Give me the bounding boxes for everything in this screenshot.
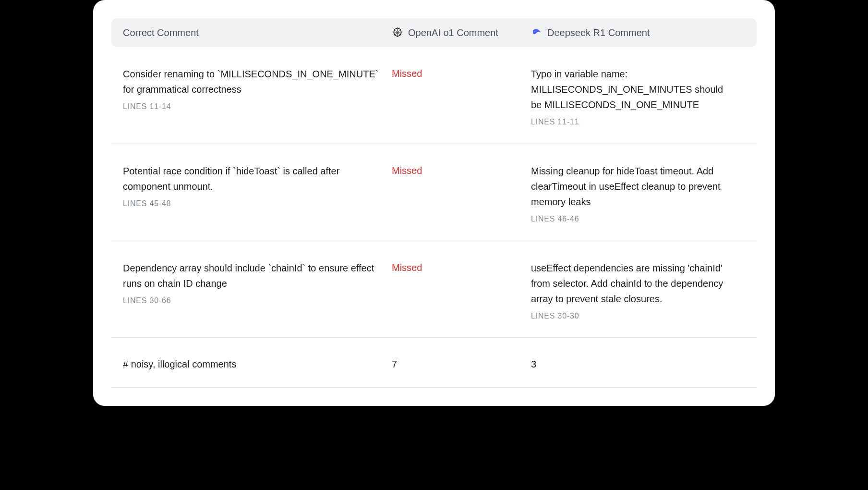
- missed-status: Missed: [392, 262, 422, 273]
- count-value: 3: [531, 359, 536, 369]
- missed-status: Missed: [392, 68, 422, 79]
- lines-label: LINES 30-30: [531, 310, 734, 322]
- header-label: Correct Comment: [123, 27, 199, 38]
- comment-text: Dependency array should include `chainId…: [123, 260, 380, 291]
- lines-label: LINES 30-66: [123, 295, 380, 307]
- lines-label: LINES 11-11: [531, 116, 734, 128]
- header-correct-comment: Correct Comment: [123, 27, 392, 38]
- correct-comment-cell: Potential race condition if `hideToast` …: [123, 163, 392, 210]
- lines-label: LINES 46-46: [531, 213, 734, 225]
- summary-label: # noisy, illogical comments: [123, 359, 236, 369]
- openai-comment-cell: Missed: [392, 163, 531, 178]
- comparison-table-card: Correct Comment OpenAI o1 Comment Deepse…: [93, 0, 775, 406]
- svg-point-0: [534, 31, 535, 32]
- comment-text: Typo in variable name: MILLISECONDS_IN_O…: [531, 66, 734, 112]
- correct-comment-cell: Dependency array should include `chainId…: [123, 260, 392, 307]
- header-deepseek-comment: Deepseek R1 Comment: [531, 27, 745, 38]
- deepseek-count-cell: 3: [531, 357, 745, 372]
- header-openai-comment: OpenAI o1 Comment: [392, 27, 531, 38]
- lines-label: LINES 11-14: [123, 101, 380, 113]
- table-row: Consider renaming to `MILLISECONDS_IN_ON…: [111, 47, 757, 144]
- table-row: Potential race condition if `hideToast` …: [111, 144, 757, 241]
- header-label: OpenAI o1 Comment: [408, 27, 498, 38]
- table-row: Dependency array should include `chainId…: [111, 241, 757, 338]
- summary-row: # noisy, illogical comments 7 3: [111, 338, 757, 388]
- openai-count-cell: 7: [392, 357, 531, 372]
- summary-label-cell: # noisy, illogical comments: [123, 357, 392, 372]
- comment-text: Potential race condition if `hideToast` …: [123, 163, 380, 194]
- table-header-row: Correct Comment OpenAI o1 Comment Deepse…: [111, 18, 757, 47]
- comment-text: useEffect dependencies are missing 'chai…: [531, 260, 734, 306]
- openai-comment-cell: Missed: [392, 66, 531, 81]
- lines-label: LINES 45-48: [123, 198, 380, 210]
- header-label: Deepseek R1 Comment: [547, 27, 650, 38]
- openai-icon: [392, 27, 403, 38]
- deepseek-icon: [531, 27, 542, 38]
- deepseek-comment-cell: Typo in variable name: MILLISECONDS_IN_O…: [531, 66, 745, 128]
- missed-status: Missed: [392, 165, 422, 176]
- deepseek-comment-cell: useEffect dependencies are missing 'chai…: [531, 260, 745, 322]
- correct-comment-cell: Consider renaming to `MILLISECONDS_IN_ON…: [123, 66, 392, 113]
- openai-comment-cell: Missed: [392, 260, 531, 275]
- deepseek-comment-cell: Missing cleanup for hideToast timeout. A…: [531, 163, 745, 225]
- comment-text: Missing cleanup for hideToast timeout. A…: [531, 163, 734, 209]
- count-value: 7: [392, 359, 397, 369]
- comment-text: Consider renaming to `MILLISECONDS_IN_ON…: [123, 66, 380, 97]
